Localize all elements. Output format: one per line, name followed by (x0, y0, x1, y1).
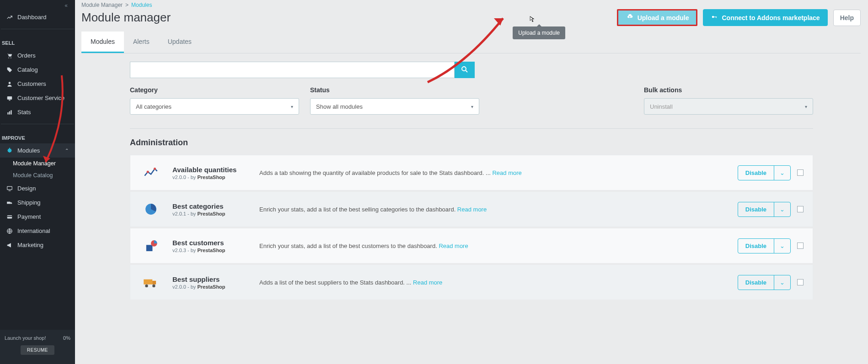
nav-dashboard[interactable]: Dashboard (0, 10, 75, 24)
divider (1, 124, 74, 124)
module-icon (139, 200, 162, 218)
breadcrumb-parent[interactable]: Module Manager (81, 2, 123, 8)
nav-catalog[interactable]: Catalog (0, 63, 75, 77)
nav-module-catalog[interactable]: Module Catalog (0, 169, 75, 181)
nav-orders[interactable]: Orders (0, 48, 75, 63)
nav-item-label: Orders (17, 52, 36, 59)
chevron-up-icon: ⌃ (65, 148, 69, 153)
globe-icon (6, 228, 13, 234)
nav-item-label: Catalog (17, 66, 38, 73)
nav-item-label: Modules (17, 147, 40, 154)
breadcrumb-current[interactable]: Modules (131, 2, 152, 8)
svg-rect-5 (9, 111, 10, 114)
module-checkbox[interactable] (797, 206, 804, 212)
upload-module-button[interactable]: Upload a module (617, 9, 698, 26)
filters: Category All categories ▾ Status Show al… (130, 86, 813, 115)
nav-international[interactable]: International (0, 224, 75, 238)
svg-rect-13 (7, 216, 12, 217)
nav-design[interactable]: Design (0, 181, 75, 195)
module-row: Available quantities v2.0.0 - by PrestaS… (130, 155, 813, 190)
module-row: Best customers v2.0.3 - by PrestaShop En… (130, 228, 813, 264)
read-more-link[interactable]: Read more (457, 206, 487, 213)
nav-customers[interactable]: Customers (0, 77, 75, 91)
svg-rect-27 (152, 281, 156, 285)
sidebar: ‹‹ Dashboard SELL Orders Catalog Custome… (0, 0, 75, 364)
nav-marketing[interactable]: Marketing (0, 238, 75, 252)
filter-label: Bulk actions (644, 86, 813, 94)
connect-addons-label: Connect to Addons marketplace (722, 14, 820, 21)
user-icon (6, 81, 13, 87)
search-input[interactable] (130, 62, 455, 78)
tab-modules[interactable]: Modules (81, 32, 124, 53)
svg-point-0 (8, 57, 9, 58)
disable-button[interactable]: Disable⌄ (738, 238, 791, 253)
filter-status: Status Show all modules ▾ (310, 86, 479, 115)
card-icon (6, 214, 13, 220)
select-value: Show all modules (316, 103, 363, 110)
breadcrumb: Module Manager > Modules (81, 1, 861, 8)
module-desc: Enrich your stats, add a list of the bes… (259, 243, 738, 249)
module-checkbox[interactable] (797, 169, 804, 176)
module-icon (139, 164, 162, 182)
module-meta: v2.0.3 - by PrestaShop (172, 248, 259, 253)
nav-dashboard-label: Dashboard (17, 14, 47, 21)
nav-stats[interactable]: Stats (0, 105, 75, 119)
tabs: Modules Alerts Updates (81, 32, 861, 53)
chevron-down-icon[interactable]: ⌄ (774, 275, 790, 290)
module-checkbox[interactable] (797, 279, 804, 285)
chevron-down-icon[interactable]: ⌄ (774, 202, 790, 216)
truck-icon (6, 200, 13, 206)
status-select[interactable]: Show all modules ▾ (310, 98, 479, 115)
select-value: All categories (136, 103, 171, 110)
resume-button[interactable]: RESUME (21, 345, 54, 355)
help-button[interactable]: Help (833, 10, 861, 26)
filter-label: Status (310, 86, 479, 94)
module-icon (139, 237, 162, 255)
section-improve: IMPROVE (0, 129, 75, 143)
tab-updates[interactable]: Updates (159, 32, 201, 53)
puzzle-icon (6, 148, 13, 154)
launch-label: Launch your shop! (5, 335, 46, 341)
nav-item-label: Stats (17, 109, 31, 116)
bulk-select[interactable]: Uninstall ▾ (644, 98, 813, 115)
nav-item-label: Payment (17, 213, 41, 220)
sidebar-footer: Launch your shop! 0% RESUME (0, 330, 75, 364)
module-desc: Adds a tab showing the quantity of avail… (259, 169, 738, 176)
chevron-down-icon[interactable]: ⌄ (774, 239, 790, 253)
category-select[interactable]: All categories ▾ (130, 98, 299, 115)
read-more-link[interactable]: Read more (492, 169, 521, 176)
select-value: Uninstall (650, 103, 673, 110)
read-more-link[interactable]: Read more (439, 243, 468, 249)
module-desc: Enrich your stats, add a list of the bes… (259, 206, 738, 213)
search-button[interactable] (455, 62, 475, 78)
svg-rect-4 (7, 112, 8, 115)
module-meta: v2.0.1 - by PrestaShop (172, 211, 259, 216)
disable-button[interactable]: Disable⌄ (738, 275, 791, 290)
chevron-down-icon[interactable]: ⌄ (774, 166, 790, 180)
svg-rect-26 (144, 280, 152, 285)
chevron-down-icon: ▾ (291, 104, 293, 109)
search-icon (461, 65, 469, 75)
nav-customer-service[interactable]: Customer Service (0, 91, 75, 105)
nav-modules[interactable]: Modules ⌃ (0, 143, 75, 158)
trending-icon (6, 14, 13, 21)
module-title: Best suppliers (172, 275, 259, 283)
breadcrumb-sep: > (125, 2, 129, 8)
cart-icon (6, 53, 13, 59)
module-checkbox[interactable] (797, 243, 804, 249)
nav-shipping[interactable]: Shipping (0, 195, 75, 210)
disable-button[interactable]: Disable⌄ (738, 202, 791, 217)
disable-button[interactable]: Disable⌄ (738, 165, 791, 180)
monitor-icon (6, 185, 13, 192)
search-row (130, 62, 813, 78)
svg-rect-24 (146, 245, 153, 251)
read-more-link[interactable]: Read more (413, 279, 442, 286)
divider (1, 29, 74, 29)
nav-payment[interactable]: Payment (0, 210, 75, 224)
sidebar-collapse[interactable]: ‹‹ (0, 0, 75, 10)
upload-tooltip: Upload a module (513, 26, 565, 39)
connect-addons-button[interactable]: Connect to Addons marketplace (703, 9, 827, 26)
nav-module-manager[interactable]: Module Manager (0, 158, 75, 169)
tab-alerts[interactable]: Alerts (124, 32, 159, 53)
svg-rect-18 (716, 16, 717, 18)
